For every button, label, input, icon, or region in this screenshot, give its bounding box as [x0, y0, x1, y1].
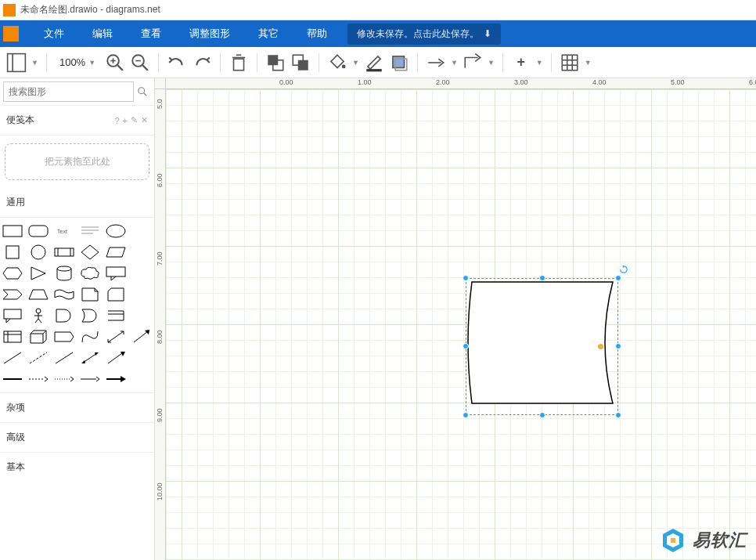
shape-arrow2[interactable] [105, 349, 127, 367]
shadow-button[interactable] [389, 52, 409, 73]
shape-trapezoid[interactable] [27, 286, 49, 303]
shape-tape[interactable] [53, 286, 75, 303]
shape-and[interactable] [53, 307, 75, 324]
resize-handle-ne[interactable] [615, 275, 621, 281]
dropdown-caret-icon[interactable]: ▼ [451, 59, 458, 67]
shape-text[interactable]: Text [53, 222, 75, 240]
shape-callout[interactable] [105, 265, 127, 282]
shape-blank6[interactable] [131, 349, 153, 367]
to-back-button[interactable] [290, 52, 311, 73]
connection-point[interactable] [598, 344, 603, 349]
misc-category[interactable]: 杂项 [0, 392, 154, 422]
rotate-handle[interactable] [620, 265, 628, 273]
unsaved-notice[interactable]: 修改未保存。点击此处保存。 [347, 23, 501, 45]
shape-rect[interactable] [2, 222, 23, 240]
delete-button[interactable] [229, 52, 249, 73]
fill-color-button[interactable] [327, 52, 347, 73]
view-mode-button[interactable] [6, 52, 27, 73]
shape-cube[interactable] [27, 328, 49, 345]
menu-help[interactable]: 帮助 [293, 27, 341, 41]
zoom-in-button[interactable] [105, 52, 125, 73]
shape-circle[interactable] [27, 244, 49, 261]
menu-edit[interactable]: 编辑 [78, 27, 127, 41]
shape-blank5[interactable] [131, 307, 153, 324]
shape-actor[interactable] [27, 307, 49, 324]
shape-link[interactable] [79, 370, 101, 388]
add-button[interactable]: + [511, 52, 531, 73]
shape-cloud[interactable] [79, 265, 101, 282]
close-icon[interactable]: ✕ [141, 115, 148, 125]
shape-step[interactable] [2, 286, 23, 303]
shape-or[interactable] [79, 307, 101, 324]
shape-bidir2[interactable] [79, 349, 101, 367]
add-icon[interactable]: + [123, 116, 128, 125]
app-logo-icon[interactable] [3, 26, 19, 42]
resize-handle-nw[interactable] [463, 275, 469, 281]
search-icon[interactable] [134, 86, 151, 97]
dropdown-caret-icon[interactable]: ▼ [536, 59, 543, 67]
edit-icon[interactable]: ✎ [131, 115, 138, 125]
advanced-category[interactable]: 高级 [0, 422, 154, 452]
shape-parallelogram[interactable] [105, 244, 127, 261]
shape-link-bold[interactable] [105, 370, 127, 388]
zoom-out-button[interactable] [130, 52, 150, 73]
shape-callout2[interactable] [2, 307, 23, 324]
shape-process[interactable] [53, 244, 75, 261]
basic-category[interactable]: 基本 [0, 452, 154, 482]
menu-other[interactable]: 其它 [244, 27, 293, 41]
shape-hline[interactable] [2, 370, 23, 388]
connection-button[interactable] [426, 52, 446, 73]
shape-blank3[interactable] [131, 265, 153, 282]
help-icon[interactable]: ? [114, 116, 119, 125]
general-category-header[interactable]: 通用 [0, 188, 154, 218]
resize-handle-sw[interactable] [463, 412, 469, 418]
scratchpad-dropzone[interactable]: 把元素拖至此处 [5, 143, 149, 180]
shape-blank2[interactable] [131, 244, 153, 261]
canvas-area[interactable]: 0.00 1.00 2.00 3.00 4.00 5.00 6.00 5.0 6… [155, 78, 756, 560]
search-input[interactable] [3, 81, 134, 102]
shape-line[interactable] [2, 349, 23, 367]
shape-note[interactable] [79, 286, 101, 303]
resize-handle-w[interactable] [463, 343, 469, 349]
shape-dashline[interactable] [27, 349, 49, 367]
shape-curve[interactable] [79, 328, 101, 345]
resize-handle-n[interactable] [539, 275, 545, 281]
shape-internal[interactable] [2, 328, 23, 345]
undo-button[interactable] [167, 52, 187, 73]
waypoint-button[interactable] [463, 52, 483, 73]
shape-link-dot[interactable] [53, 370, 75, 388]
to-front-button[interactable] [265, 52, 286, 73]
shape-card[interactable] [105, 286, 127, 303]
shape-diamond[interactable] [79, 244, 101, 261]
resize-handle-s[interactable] [539, 412, 545, 418]
menu-adjust-shapes[interactable]: 调整图形 [175, 27, 244, 41]
shape-square[interactable] [2, 244, 23, 261]
shape-ellipse[interactable] [105, 222, 127, 240]
table-button[interactable] [560, 52, 580, 73]
shape-link-dash[interactable] [27, 370, 49, 388]
shape-datastore[interactable] [105, 307, 127, 324]
dropdown-caret-icon[interactable]: ▼ [352, 59, 359, 67]
zoom-selector[interactable]: 100% ▼ [55, 55, 100, 70]
resize-handle-e[interactable] [615, 343, 621, 349]
scratchpad-header[interactable]: 便笺本 ? + ✎ ✕ [0, 106, 154, 135]
dropdown-caret-icon[interactable]: ▼ [488, 59, 495, 67]
resize-handle-se[interactable] [615, 412, 621, 418]
shape-line2[interactable] [53, 349, 75, 367]
shape-step2[interactable] [53, 328, 75, 345]
shape-blank[interactable] [131, 222, 153, 240]
dropdown-caret-icon[interactable]: ▼ [31, 59, 38, 67]
shape-blank7[interactable] [131, 370, 153, 388]
menu-file[interactable]: 文件 [30, 27, 78, 41]
shape-blank4[interactable] [131, 286, 153, 303]
shape-textbox[interactable] [79, 222, 101, 240]
menu-view[interactable]: 查看 [127, 27, 175, 41]
dropdown-caret-icon[interactable]: ▼ [585, 59, 592, 67]
shape-hexagon[interactable] [2, 265, 23, 282]
shape-triangle[interactable] [27, 265, 49, 282]
shape-arrow-ne[interactable] [131, 328, 153, 345]
redo-button[interactable] [192, 52, 212, 73]
shape-bidir[interactable] [105, 328, 127, 345]
line-color-button[interactable] [364, 52, 384, 73]
shape-cylinder[interactable] [53, 265, 75, 282]
